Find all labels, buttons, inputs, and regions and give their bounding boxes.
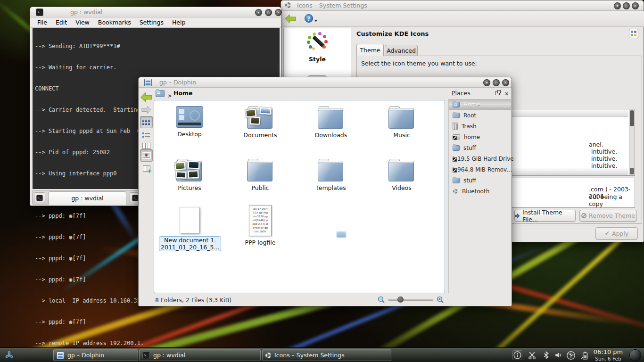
place-bluetooth[interactable]: Bluetooth [449,186,511,197]
panel-cashew-icon[interactable] [629,349,641,361]
tab-theme[interactable]: Theme [356,44,384,56]
chevron-down-icon[interactable] [314,20,317,22]
file-item-downloads[interactable]: Downloads [300,106,362,139]
file-item-desktop[interactable]: Desktop [159,106,220,138]
file-item-new-document[interactable]: New document 1. 2011_01_20_16_5... [159,207,220,251]
close-button[interactable] [275,9,282,16]
drive-icon [453,156,454,161]
new-tab-button[interactable] [34,192,45,203]
breadcrumb[interactable]: Home [173,90,193,97]
system-settings-titlebar[interactable]: Icons – System Settings [281,0,644,11]
close-button[interactable] [632,2,639,9]
close-panel-icon[interactable] [504,89,509,98]
place-stuff-2[interactable]: stuff [449,175,511,186]
selected-file-label: New document 1. 2011_01_20_16_5... [159,236,221,251]
remove-theme-button[interactable]: Remove Theme [579,210,637,222]
back-arrow-icon[interactable] [140,92,152,102]
place-removable[interactable]: 964.8 MiB Remov... [449,164,511,175]
breadcrumb-home-icon[interactable] [156,90,165,98]
maximize-button[interactable] [623,2,630,9]
details-view-button[interactable] [140,130,153,140]
maximize-button[interactable] [493,79,500,86]
sidebar-item-style[interactable]: Style [284,31,351,72]
minimize-button[interactable] [255,9,262,16]
forward-arrow-icon[interactable] [141,106,151,114]
list-scrollbar[interactable] [629,109,635,175]
dolphin-app-icon [144,79,152,86]
minimize-button[interactable] [614,2,621,9]
list-text-fragment: intuitive. [591,148,617,155]
style-icon [307,32,328,53]
list-text-fragment: anel. [589,141,603,148]
float-panel-icon[interactable] [495,91,500,95]
folder-icon [300,159,362,181]
volume-icon[interactable] [554,351,563,362]
window-title: Icons – System Settings [297,2,367,9]
zoom-slider-track[interactable] [388,299,433,301]
bluetooth-icon[interactable] [542,351,551,362]
desktop-folder-icon [159,106,220,128]
tab-gp-wvdial[interactable]: gp : wvdial [49,191,126,205]
folder-icon [371,159,432,181]
menu-help[interactable]: Help [168,19,190,26]
icons-view-button[interactable] [140,116,153,128]
sidebar-item-label: Style [284,56,351,63]
file-item-videos[interactable]: Videos [371,159,432,191]
taskbar-task-wvdial[interactable]: gp : wvdial [139,349,261,361]
scrollbar-button[interactable] [630,168,634,174]
tab-advanced[interactable]: Advanced [385,45,418,56]
clipboard-scissors-icon[interactable] [528,351,537,362]
toolbar-separator [300,14,300,24]
folder-view[interactable]: Desktop Documents Downloads [154,100,445,293]
preview-toggle-button[interactable] [140,149,153,162]
file-item-ppp-logfile[interactable]: Jan 17 09:4 7:18 gp-Asp ire-5738 pp pd[1… [230,205,291,246]
place-home-partition[interactable]: home [449,132,511,142]
folder-icon [230,159,291,181]
place-hard-drive[interactable]: 19.5 GiB Hard Drive [449,153,511,164]
konsole-titlebar[interactable]: gp : wvdial [30,7,281,17]
menu-edit[interactable]: Edit [51,19,71,26]
file-item-music[interactable]: Music [371,106,432,139]
place-trash[interactable]: Trash [449,121,511,132]
split-view-button[interactable] [140,163,153,173]
app-launcher-icon[interactable] [3,349,16,362]
file-item-templates[interactable]: Templates [300,159,362,191]
documents-folder-icon [230,106,291,129]
install-theme-button[interactable]: Install Theme File... [514,210,576,222]
dolphin-titlebar[interactable]: gp – Dolphin [139,77,512,88]
battery-icon[interactable] [580,351,589,362]
terminal-icon [142,352,150,359]
place-root[interactable]: Root [449,110,511,121]
apply-button[interactable]: ✔ Apply [595,227,638,239]
place-home[interactable]: Home [449,99,511,110]
notifications-icon[interactable] [512,350,522,360]
window-title: gp – Dolphin [159,79,196,86]
file-item-pictures[interactable]: Pictures [159,159,220,191]
maximize-button[interactable] [265,9,272,16]
device-notifier-icon[interactable] [566,351,576,362]
breadcrumb-separator-icon [168,90,172,99]
menu-settings[interactable]: Settings [135,19,168,26]
clock-time: 06:10 pm [591,348,625,356]
help-icon[interactable] [305,14,313,23]
zoom-in-icon[interactable] [437,296,444,304]
menu-bookmarks[interactable]: Bookmarks [94,19,135,26]
home-folder-icon [453,102,460,107]
clock[interactable]: 06:10 pm Sun, 6 Feb [591,348,625,362]
status-bar: 8 Folders, 2 Files (3.3 KiB) [139,293,512,306]
taskbar-task-system-settings[interactable]: Icons – System Settings [262,349,391,361]
clock-date: Sun, 6 Feb [591,356,625,362]
icon-sizes-icon[interactable] [629,29,638,38]
scrollbar-handle[interactable] [630,110,634,126]
zoom-slider-handle[interactable] [397,296,404,303]
menu-view[interactable]: View [71,19,94,26]
place-stuff[interactable]: stuff [449,142,511,153]
file-item-documents[interactable]: Documents [230,106,291,139]
close-button[interactable] [502,79,509,86]
minimize-button[interactable] [483,79,490,86]
taskbar-task-dolphin[interactable]: gp – Dolphin [53,349,138,361]
back-arrow-icon[interactable] [285,14,296,24]
menu-file[interactable]: File [33,19,51,26]
zoom-out-icon[interactable] [378,296,385,304]
file-item-public[interactable]: Public [230,159,291,191]
